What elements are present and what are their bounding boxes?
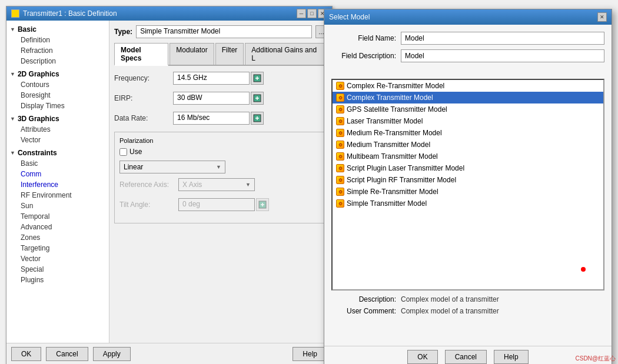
sidebar-item-contours[interactable]: Contours [6,79,109,90]
tab-filter[interactable]: Filter [215,43,244,65]
model-item-script-laser[interactable]: Script Plugin Laser Transmitter Model [333,162,603,174]
dialog-bottom-buttons: OK Cancel Help [324,346,612,364]
sidebar-basic-section: ▼ Basic Definition Refraction Descriptio… [6,23,109,68]
description-value: Complex model of a transmitter [401,295,499,303]
model-item-medium-transmitter[interactable]: Medium Transmitter Model [333,139,603,151]
field-name-input[interactable] [401,32,604,45]
use-label: Use [129,148,142,156]
model-item-simple-retransmitter[interactable]: Simple Re-Transmitter Model [333,186,603,198]
linear-arrow: ▼ [216,164,221,170]
sidebar-item-special[interactable]: Special [6,264,109,275]
sidebar-item-targeting[interactable]: Targeting [6,243,109,253]
main-content: Type: Simple Transmitter Model … Model S… [109,21,332,343]
model-icon-7 [336,152,344,161]
frequency-btn[interactable] [251,72,264,85]
sidebar-item-rf-environment[interactable]: RF Environment [6,190,109,201]
window-icon [11,9,19,18]
2dgraphics-arrow: ▼ [10,71,15,77]
tab-additional-gains[interactable]: Additional Gains and L [245,43,326,65]
model-label-1: Complex Re-Transmitter Model [347,82,444,90]
apply-button[interactable]: Apply [93,347,131,361]
description-row: Description: Complex model of a transmit… [331,295,604,303]
sidebar-item-boresight[interactable]: Boresight [6,90,109,101]
field-desc-row: Field Description: [331,49,604,62]
model-label-6: Medium Transmitter Model [347,141,430,149]
sidebar-3dgraphics-group[interactable]: ▼ 3D Graphics [6,113,109,124]
model-label-9: Script Plugin RF Transmitter Model [347,176,456,184]
sidebar-basic-label: Basic [18,25,36,34]
eirp-input[interactable]: 30 dBW [173,92,250,105]
sidebar-item-sun[interactable]: Sun [6,201,109,211]
dialog-help-button[interactable]: Help [494,350,529,364]
sidebar-item-vector[interactable]: Vector [6,135,109,145]
tilt-angle-input: 0 deg [178,198,255,211]
model-icon-6 [336,141,344,149]
sidebar-item-attributes[interactable]: Attributes [6,124,109,135]
type-value: Simple Transmitter Model [136,25,312,38]
tilt-angle-btn [256,198,269,211]
minimize-btn[interactable]: ─ [297,9,306,18]
constraints-arrow: ▼ [10,150,15,156]
datarate-input[interactable]: 16 Mb/sec [173,112,250,125]
model-item-laser[interactable]: Laser Transmitter Model [333,115,603,127]
model-item-gps-satellite[interactable]: GPS Satellite Transmitter Model [333,103,603,115]
model-label-10: Simple Re-Transmitter Model [347,188,438,196]
tab-model-specs[interactable]: Model Specs [114,43,168,66]
model-label-5: Medium Re-Transmitter Model [347,129,442,137]
reference-axis-label: Reference Axis: [119,181,178,189]
sidebar-item-interference[interactable]: Interference [6,179,109,190]
watermark: CSDN@红蓝心 [576,355,616,363]
sidebar-item-comm[interactable]: Comm [6,169,109,179]
main-bottom-buttons: OK Cancel Apply Help [6,343,332,364]
dialog-cancel-button[interactable]: Cancel [445,350,487,364]
sidebar-item-definition[interactable]: Definition [6,35,109,45]
main-title-bar: Transmitter1 : Basic Definition ─ □ ✕ [6,6,332,21]
type-row: Type: Simple Transmitter Model … [114,25,327,38]
model-item-complex-transmitter[interactable]: Complex Transmitter Model [333,92,603,103]
dialog-ok-button[interactable]: OK [407,350,437,364]
sidebar-2dgraphics-group[interactable]: ▼ 2D Graphics [6,69,109,79]
cancel-button[interactable]: Cancel [46,347,88,361]
sidebar-item-plugins[interactable]: Plugins [6,275,109,285]
ok-button[interactable]: OK [11,347,41,361]
eirp-label: EIRP: [114,94,173,102]
datarate-group: Data Rate: 16 Mb/sec [114,112,327,125]
field-name-row: Field Name: [331,32,604,45]
sidebar-3dgraphics-section: ▼ 3D Graphics Attributes Vector [6,112,109,146]
polarization-group: Polarization Use Linear ▼ Reference Axis… [114,132,327,223]
tab-modulator[interactable]: Modulator [170,43,214,65]
sidebar: ▼ Basic Definition Refraction Descriptio… [6,21,109,343]
sidebar-item-refraction[interactable]: Refraction [6,45,109,56]
datarate-btn[interactable] [251,112,264,125]
datarate-label: Data Rate: [114,114,173,122]
sidebar-item-zones[interactable]: Zones [6,232,109,243]
maximize-btn[interactable]: □ [307,9,317,18]
sidebar-item-temporal[interactable]: Temporal [6,211,109,222]
use-checkbox[interactable] [119,148,127,156]
model-item-multibeam[interactable]: Multibeam Transmitter Model [333,151,603,162]
eirp-btn[interactable] [251,92,264,105]
sidebar-constraints-group[interactable]: ▼ Constraints [6,148,109,158]
model-list[interactable]: Complex Re-Transmitter Model Complex Tra… [331,79,604,290]
frequency-input[interactable]: 14.5 GHz [173,72,250,85]
sidebar-item-vector2[interactable]: Vector [6,253,109,264]
dialog-content: Field Name: Field Description: [324,25,612,74]
model-item-simple-transmitter[interactable]: Simple Transmitter Model [333,198,603,209]
dialog-close-btn[interactable]: ✕ [597,12,607,22]
reference-axis-select: X Axis ▼ [178,178,255,191]
sidebar-item-advanced[interactable]: Advanced [6,222,109,232]
tilt-angle-group: Tilt Angle: 0 deg [119,198,322,211]
sidebar-item-display-times[interactable]: Display Times [6,101,109,111]
field-desc-input[interactable] [401,49,604,62]
model-item-script-rf[interactable]: Script Plugin RF Transmitter Model [333,174,603,186]
help-button[interactable]: Help [293,347,327,361]
tilt-angle-label: Tilt Angle: [119,201,178,209]
sidebar-item-basic[interactable]: Basic [6,158,109,169]
model-item-medium-retransmitter[interactable]: Medium Re-Transmitter Model [333,127,603,139]
reference-axis-group: Reference Axis: X Axis ▼ [119,178,322,191]
model-item-complex-retransmitter[interactable]: Complex Re-Transmitter Model [333,80,603,92]
sidebar-item-description[interactable]: Description [6,56,109,66]
sidebar-basic-group[interactable]: ▼ Basic [6,24,109,35]
field-name-label: Field Name: [331,34,396,42]
linear-select[interactable]: Linear ▼ [119,161,225,173]
